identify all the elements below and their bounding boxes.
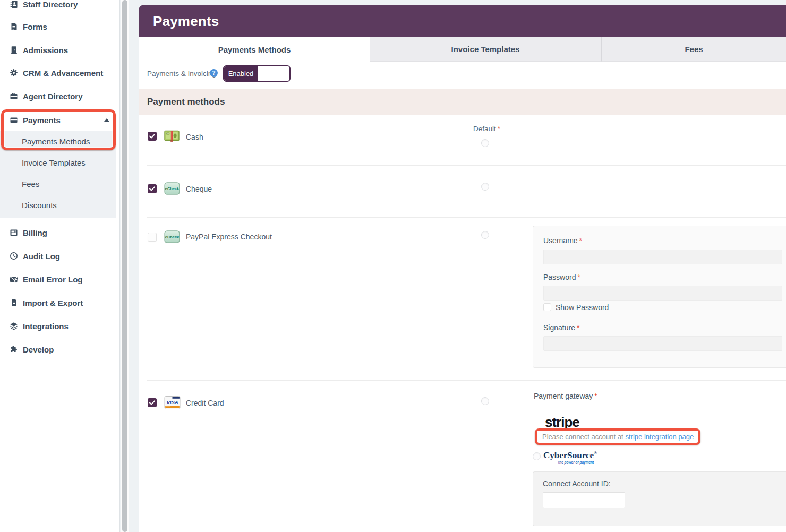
envelope-alert-icon bbox=[10, 275, 18, 284]
tab-invoice-templates[interactable]: Invoice Templates bbox=[370, 37, 602, 62]
sidebar-subitem-label: Fees bbox=[22, 179, 39, 188]
sidebar-item-import-export[interactable]: Import & Export bbox=[0, 295, 119, 310]
banknote-icon: 100 bbox=[164, 129, 180, 143]
sidebar-item-label: Audit Log bbox=[23, 252, 60, 261]
password-label-text: Password bbox=[543, 273, 576, 281]
method-name-cash: Cash bbox=[186, 133, 203, 141]
tab-label: Invoice Templates bbox=[451, 45, 520, 54]
paypal-default-radio[interactable] bbox=[481, 231, 489, 239]
tab-label: Fees bbox=[685, 45, 703, 54]
sidebar-item-email-error-log[interactable]: Email Error Log bbox=[0, 272, 119, 287]
credit-card-default-radio[interactable] bbox=[481, 397, 489, 405]
section-header: Payment methods bbox=[139, 89, 786, 115]
cash-checkbox[interactable] bbox=[148, 132, 157, 141]
chevron-up-icon[interactable] bbox=[104, 118, 109, 122]
briefcase-icon bbox=[10, 92, 18, 100]
check-icon bbox=[149, 400, 155, 405]
paypal-config-panel: Username* Password* Show Password Signat… bbox=[533, 226, 786, 368]
cybersource-gateway-option[interactable]: CyberSource® bbox=[543, 450, 597, 461]
default-label: Default bbox=[473, 125, 496, 133]
cash-default-radio[interactable] bbox=[481, 139, 489, 147]
gear-icon bbox=[10, 68, 18, 77]
required-asterisk: * bbox=[577, 323, 579, 332]
payments-invoicing-toggle[interactable]: Enabled bbox=[223, 65, 291, 82]
sidebar-item-payments[interactable]: Payments bbox=[0, 113, 119, 127]
document-icon bbox=[10, 22, 18, 31]
cheque-checkbox[interactable] bbox=[148, 184, 157, 193]
toggle-off-segment bbox=[258, 66, 289, 81]
svg-text:eCheck: eCheck bbox=[165, 235, 180, 239]
stripe-integration-link[interactable]: stripe integration page bbox=[626, 433, 694, 441]
sidebar-item-label: Admissions bbox=[23, 46, 68, 55]
cybersource-logo-text: CyberSource bbox=[543, 450, 594, 460]
sidebar-subitem-fees[interactable]: Fees bbox=[0, 176, 116, 191]
check-icon bbox=[149, 186, 155, 191]
sidebar-subitem-payments-methods[interactable]: Payments Methods bbox=[0, 134, 116, 149]
sidebar-item-staff-directory[interactable]: Staff Directory bbox=[0, 0, 119, 12]
sidebar-item-crm-advancement[interactable]: CRM & Advancement bbox=[0, 65, 119, 80]
page-title-bar: Payments bbox=[139, 5, 786, 37]
stripe-notice-text: Please connect account at bbox=[542, 433, 623, 441]
svg-text:eCheck: eCheck bbox=[165, 186, 180, 191]
puzzle-icon bbox=[10, 345, 18, 354]
sidebar-subitem-label: Invoice Templates bbox=[22, 158, 86, 167]
required-asterisk: * bbox=[498, 125, 500, 133]
sidebar-scrollbar-thumb[interactable] bbox=[122, 0, 127, 532]
sidebar-item-agent-directory[interactable]: Agent Directory bbox=[0, 89, 119, 104]
registered-mark: ® bbox=[594, 451, 597, 456]
help-glyph: ? bbox=[212, 70, 215, 76]
echeck-icon: eCheck bbox=[164, 182, 180, 195]
sidebar-item-label: CRM & Advancement bbox=[23, 68, 103, 78]
sidebar-subitem-discounts[interactable]: Discounts bbox=[0, 198, 116, 212]
sidebar-item-label: Payments bbox=[23, 116, 61, 125]
row-divider bbox=[147, 380, 786, 381]
sidebar-item-develop[interactable]: Develop bbox=[0, 342, 119, 357]
stripe-notice-highlight: Please connect account at stripe integra… bbox=[535, 428, 700, 445]
cybersource-radio[interactable] bbox=[533, 452, 541, 460]
sidebar-item-label: Staff Directory bbox=[23, 0, 78, 9]
contact-book-icon bbox=[10, 0, 18, 8]
tab-payments-methods[interactable]: Payments Methods bbox=[139, 37, 370, 62]
paypal-checkbox[interactable] bbox=[148, 233, 157, 242]
password-input[interactable] bbox=[543, 286, 782, 301]
connect-account-input[interactable] bbox=[543, 492, 625, 508]
sidebar-subitem-label: Payments Methods bbox=[22, 137, 90, 146]
signature-input[interactable] bbox=[543, 336, 782, 351]
method-name-cheque: Cheque bbox=[186, 185, 212, 193]
sidebar-item-admissions[interactable]: Admissions bbox=[0, 42, 119, 57]
sidebar-item-label: Agent Directory bbox=[23, 92, 83, 101]
section-title: Payment methods bbox=[147, 97, 225, 107]
payment-gateway-label-text: Payment gateway bbox=[534, 392, 593, 400]
show-password-checkbox[interactable] bbox=[543, 303, 551, 311]
layers-icon bbox=[10, 322, 18, 330]
help-icon[interactable]: ? bbox=[210, 69, 218, 77]
tab-label: Payments Methods bbox=[218, 45, 291, 54]
tab-fees[interactable]: Fees bbox=[602, 37, 786, 62]
signature-label-text: Signature bbox=[543, 323, 575, 332]
username-label-text: Username bbox=[543, 236, 578, 245]
sidebar-item-integrations[interactable]: Integrations bbox=[0, 319, 119, 333]
signature-label: Signature* bbox=[543, 323, 579, 332]
sidebar-item-label: Email Error Log bbox=[23, 275, 83, 284]
sidebar: Staff Directory Forms Admissions CRM & A… bbox=[0, 0, 120, 532]
svg-text:VISA: VISA bbox=[166, 399, 178, 405]
tab-bar: Payments Methods Invoice Templates Fees bbox=[139, 37, 786, 62]
username-input[interactable] bbox=[543, 250, 782, 264]
echeck-icon: eCheck bbox=[164, 230, 180, 244]
file-arrow-down-icon bbox=[10, 298, 18, 307]
sidebar-item-label: Develop bbox=[23, 345, 54, 354]
sidebar-subitem-invoice-templates[interactable]: Invoice Templates bbox=[0, 155, 116, 170]
sidebar-item-billing[interactable]: Billing bbox=[0, 225, 119, 240]
newspaper-icon bbox=[10, 228, 18, 237]
cybersource-tagline: the power of payment bbox=[558, 460, 594, 464]
credit-card-checkbox[interactable] bbox=[148, 398, 157, 407]
sidebar-item-forms[interactable]: Forms bbox=[0, 19, 119, 34]
sidebar-subitem-label: Discounts bbox=[22, 201, 57, 210]
row-divider bbox=[147, 217, 786, 218]
required-asterisk: * bbox=[577, 273, 580, 281]
cheque-default-radio[interactable] bbox=[481, 183, 489, 191]
door-icon bbox=[10, 46, 18, 54]
visa-card-icon: VISA bbox=[164, 396, 181, 410]
sidebar-item-audit-log[interactable]: Audit Log bbox=[0, 248, 119, 263]
svg-text:100: 100 bbox=[166, 133, 169, 135]
